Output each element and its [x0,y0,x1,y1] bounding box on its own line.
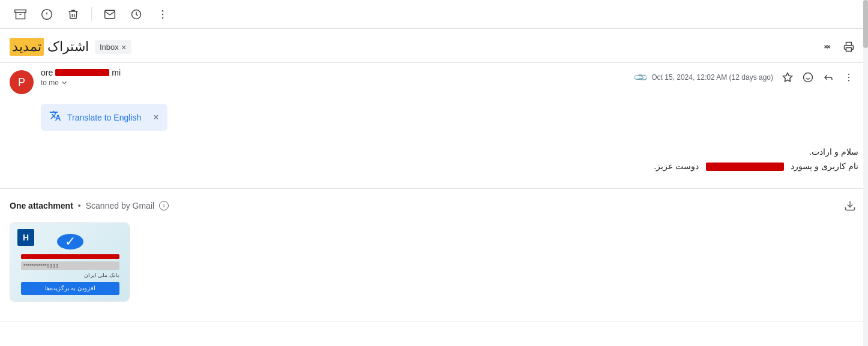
svg-point-11 [804,73,813,82]
sender-name-suffix: mi [112,68,121,77]
body-line1: سلام و ارادت. [41,145,858,160]
subject-row: اشتراک تمدید Inbox × [0,29,868,62]
card-red-line [21,254,119,259]
email-body: سلام و ارادت. نام کاربری و پسورد دوست عز… [0,136,868,183]
body-redacted [706,163,784,171]
svg-marker-10 [783,73,792,82]
svg-point-15 [848,77,849,78]
sender-info: ore mi to me [41,68,627,87]
attachment-clip-icon: 📎 [632,69,649,86]
card-gray-line: ***********0111 [21,261,119,270]
save-all-drive-button[interactable] [842,196,858,215]
to-me-label: to me [41,79,59,87]
message-actions [778,68,858,87]
inbox-chip[interactable]: Inbox × [95,40,131,54]
card-number-label: ***********0111 [23,263,59,269]
sender-avatar: P [10,70,34,94]
bottom-divider [0,321,868,321]
svg-point-14 [848,74,849,75]
bank-name-label: بانک ملی ایران [21,272,119,278]
subject-actions [818,37,858,56]
message-header: P ore mi to me 📎 Oct 15, 2024, 12:02 AM … [0,62,868,99]
subject-highlight: تمدید [10,38,44,56]
inbox-chip-close[interactable]: × [121,42,127,52]
body-line2: نام کاربری و پسورد دوست عزیز. [41,160,858,174]
checkmark-icon: ✓ [57,234,83,249]
snooze-button[interactable] [125,4,147,25]
save-all-area [842,196,858,215]
svg-point-16 [848,80,849,81]
attachments-header: One attachment • Scanned by Gmail i [10,196,858,215]
card-lines: ***********0111 بانک ملی ایران افزودن به… [16,254,124,295]
archive-button[interactable] [10,4,31,25]
to-me-dropdown[interactable]: to me [41,79,627,87]
scanned-info-icon[interactable]: i [159,201,169,210]
attachment-card[interactable]: H ✓ ***********0111 بانک ملی ایران افزود… [10,222,130,302]
attachment-thumbnail: H ✓ ***********0111 بانک ملی ایران افزود… [10,223,130,301]
sender-name-redacted [55,69,109,76]
report-spam-button[interactable] [36,4,58,25]
bank-logo: H [17,229,34,246]
emoji-button[interactable] [798,68,818,87]
delete-button[interactable] [62,4,84,25]
email-subject: اشتراک تمدید [10,38,89,56]
message-meta: 📎 Oct 15, 2024, 12:02 AM (12 days ago) [634,68,858,87]
scanned-label: Scanned by Gmail [86,201,154,210]
translate-link[interactable]: Translate to English [67,113,141,122]
body-line2-prefix: نام کاربری و پسورد [791,161,858,171]
email-toolbar [0,0,868,29]
print-button[interactable] [839,37,858,56]
svg-rect-0 [15,10,26,12]
more-toolbar-button[interactable] [152,4,173,25]
attachments-section: One attachment • Scanned by Gmail i H ✓ [0,188,868,309]
svg-point-6 [162,10,164,11]
reply-button[interactable] [819,68,838,87]
attachments-dot-separator: • [78,201,81,210]
translate-bar: Translate to English × [41,104,167,131]
inbox-chip-label: Inbox [100,43,119,52]
svg-point-8 [162,17,164,19]
scrollbar-area[interactable] [863,0,868,346]
star-button[interactable] [778,68,797,87]
translate-icon [49,110,61,125]
subject-text-main: اشتراک [47,39,89,55]
attachments-count-label: One attachment [10,201,73,210]
sender-name-prefix: ore [41,68,53,77]
newer-older-button[interactable] [818,37,837,56]
translate-close-button[interactable]: × [153,112,158,123]
svg-point-7 [162,13,164,15]
mark-unread-button[interactable] [99,4,121,25]
sender-name-row: ore mi [41,68,627,77]
svg-rect-9 [846,48,852,52]
scrollbar-thumb[interactable] [863,0,868,48]
more-message-button[interactable] [839,68,858,87]
body-line2-suffix: دوست عزیز. [654,161,699,171]
message-date: Oct 15, 2024, 12:02 AM (12 days ago) [651,73,773,82]
toolbar-separator-1 [91,7,92,22]
card-add-button: افزودن به برگزیده‌ها [21,282,119,295]
